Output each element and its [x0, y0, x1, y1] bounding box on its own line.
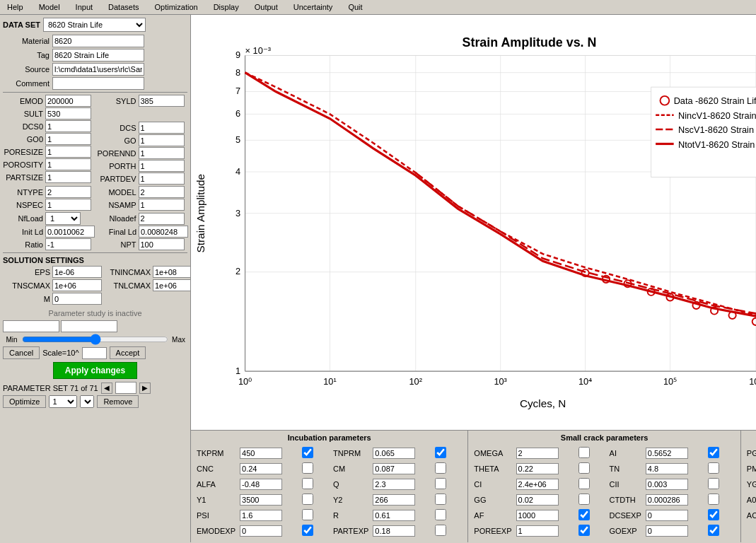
- ctdth-check[interactable]: [692, 494, 735, 505]
- eps-input[interactable]: [52, 266, 102, 278]
- iter-select[interactable]: 1: [49, 395, 77, 408]
- emodexp-check[interactable]: [286, 525, 329, 536]
- nloadef-input[interactable]: [139, 213, 185, 225]
- goexp-input[interactable]: [646, 525, 688, 537]
- model-input[interactable]: [139, 186, 185, 198]
- ratio-input[interactable]: [45, 238, 91, 250]
- param-slider-input2[interactable]: [61, 320, 117, 332]
- menu-quit[interactable]: Quit: [344, 1, 366, 13]
- y1-input[interactable]: [240, 494, 282, 506]
- scale-input[interactable]: [82, 347, 107, 359]
- emodexp-input[interactable]: [240, 525, 282, 537]
- y2-input[interactable]: [373, 494, 415, 506]
- y1-check[interactable]: [286, 494, 329, 505]
- af-input[interactable]: [516, 510, 559, 521]
- porosity-input[interactable]: [45, 158, 91, 170]
- menu-datasets[interactable]: Datasets: [104, 1, 143, 13]
- param-range-slider[interactable]: [22, 334, 168, 345]
- accept-button[interactable]: Accept: [110, 346, 146, 359]
- dataset-select[interactable]: 8620 Strain Life: [43, 18, 146, 32]
- ci-input[interactable]: [516, 479, 559, 490]
- q-check[interactable]: [419, 478, 462, 489]
- source-input[interactable]: [52, 63, 144, 76]
- menu-display[interactable]: Display: [209, 1, 243, 13]
- q-input[interactable]: [373, 479, 415, 490]
- af-check[interactable]: [563, 509, 605, 520]
- partexp-check[interactable]: [419, 525, 462, 536]
- syld-input[interactable]: [139, 95, 185, 107]
- final-ld-input[interactable]: [139, 226, 188, 238]
- apply-changes-button[interactable]: Apply changes: [53, 362, 137, 379]
- m-input[interactable]: [52, 293, 102, 305]
- menu-model[interactable]: Model: [35, 1, 64, 13]
- ntype-input[interactable]: [45, 186, 91, 198]
- tnscmax-input[interactable]: [52, 279, 102, 291]
- tag-input[interactable]: [52, 49, 144, 62]
- alfa-input[interactable]: [240, 479, 282, 490]
- ai-input[interactable]: [646, 448, 688, 459]
- ai-check[interactable]: [692, 447, 735, 458]
- ctdth-input[interactable]: [646, 494, 688, 506]
- goexp-check[interactable]: [692, 525, 735, 536]
- sult-input[interactable]: [45, 107, 91, 119]
- dcs-input[interactable]: [139, 122, 185, 134]
- go-input[interactable]: [139, 134, 185, 146]
- partexp-input[interactable]: [373, 525, 415, 537]
- cm-check[interactable]: [419, 462, 462, 474]
- poreexp-check[interactable]: [563, 525, 605, 536]
- menu-output[interactable]: Output: [250, 1, 282, 13]
- menu-uncertainty[interactable]: Uncertainty: [289, 1, 337, 13]
- menu-optimization[interactable]: Optimization: [150, 1, 202, 13]
- cii-input[interactable]: [646, 479, 688, 490]
- gg-input[interactable]: [516, 494, 559, 506]
- omega-input[interactable]: [516, 448, 559, 459]
- iter-arrow-select[interactable]: [80, 395, 94, 408]
- tkprm-check[interactable]: [286, 447, 329, 458]
- dcsexp-check[interactable]: [692, 509, 735, 520]
- cm-input[interactable]: [373, 463, 415, 474]
- npt-input[interactable]: [139, 238, 185, 250]
- cancel-button[interactable]: Cancel: [3, 346, 40, 359]
- tn-check[interactable]: [692, 462, 735, 474]
- param-slider-input1[interactable]: [3, 320, 59, 332]
- porennd-input[interactable]: [139, 147, 185, 159]
- menu-help[interactable]: Help: [3, 1, 28, 13]
- gg-check[interactable]: [563, 494, 605, 505]
- go0-input[interactable]: [45, 133, 91, 145]
- nfload-select[interactable]: 1: [45, 212, 81, 225]
- cii-check[interactable]: [692, 478, 735, 489]
- emod-input[interactable]: [45, 95, 91, 107]
- partsize-input[interactable]: [45, 171, 91, 183]
- tnlcmax-input[interactable]: [153, 279, 191, 291]
- menu-input[interactable]: Input: [71, 1, 97, 13]
- nspec-input[interactable]: [45, 199, 91, 211]
- material-input[interactable]: [52, 35, 144, 47]
- comment-input[interactable]: [52, 77, 144, 90]
- param-prev-button[interactable]: ◀: [101, 383, 112, 394]
- partdev-input[interactable]: [139, 173, 185, 185]
- dcs0-input[interactable]: [45, 120, 91, 132]
- y2-check[interactable]: [419, 494, 462, 505]
- porth-input[interactable]: [139, 160, 185, 172]
- tnprm-check[interactable]: [419, 447, 462, 458]
- ci-check[interactable]: [563, 478, 605, 489]
- param-set-input[interactable]: [115, 382, 136, 394]
- psi-input[interactable]: [240, 510, 282, 521]
- init-ld-input[interactable]: [45, 226, 95, 238]
- tnincmax-input[interactable]: [153, 266, 191, 278]
- tn-input[interactable]: [646, 463, 688, 474]
- alfa-check[interactable]: [286, 478, 329, 489]
- poresize-input[interactable]: [45, 146, 91, 158]
- optimize-button[interactable]: Optimize: [3, 395, 46, 408]
- theta-input[interactable]: [516, 463, 559, 474]
- theta-check[interactable]: [563, 462, 605, 474]
- param-next-button[interactable]: ▶: [139, 383, 151, 394]
- remove-button[interactable]: Remove: [97, 395, 139, 408]
- nsamp-input[interactable]: [139, 199, 185, 211]
- tnprm-input[interactable]: [373, 448, 415, 459]
- r-check[interactable]: [419, 509, 462, 520]
- psi-check[interactable]: [286, 509, 329, 520]
- cnc-input[interactable]: [240, 463, 282, 474]
- poreexp-input[interactable]: [516, 525, 559, 537]
- cnc-check[interactable]: [286, 462, 329, 474]
